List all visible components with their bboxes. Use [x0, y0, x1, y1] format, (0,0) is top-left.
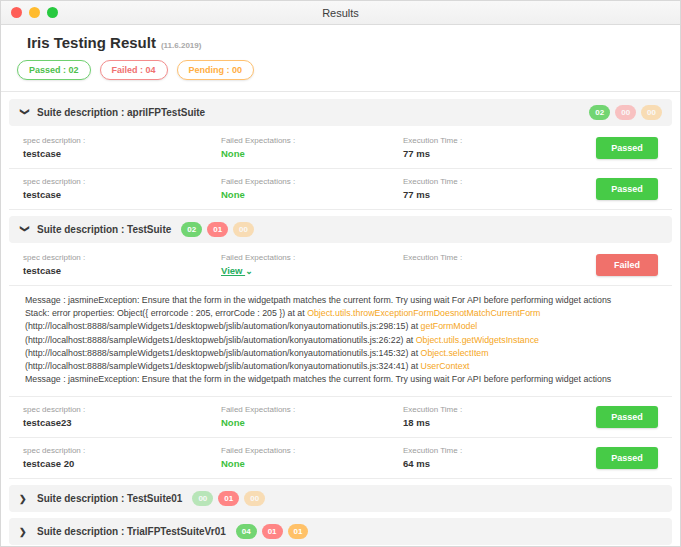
- suite-body: spec description :testcaseFailed Expecta…: [9, 128, 672, 210]
- suite-counts: 040101: [236, 524, 309, 539]
- spec-name: testcase23: [23, 417, 221, 428]
- pending-count-badge: 01: [288, 524, 309, 539]
- status-passed-button[interactable]: Passed: [596, 406, 658, 428]
- suite-title: Suite description : TestSuite: [37, 224, 171, 235]
- field-label: Failed Expectations :: [221, 177, 403, 186]
- page-header: Iris Testing Result (11.6.2019) Passed :…: [1, 25, 680, 92]
- passed-count-badge: 02: [589, 105, 610, 120]
- field-label: Failed Expectations :: [221, 405, 403, 414]
- execution-time-value: 77 ms: [403, 189, 596, 200]
- field-label: Execution Time :: [403, 446, 596, 455]
- field-label: spec description :: [23, 405, 221, 414]
- field-label: Execution Time :: [403, 405, 596, 414]
- failed-count-badge: 01: [207, 222, 228, 237]
- failed-expectations-cell: Failed Expectations :View ⌄: [221, 253, 403, 276]
- execution-time-value: 64 ms: [403, 458, 596, 469]
- suite-counts: 020000: [589, 105, 662, 120]
- suite-section: ❯Suite description : TrialFPTestSuiteVr0…: [9, 518, 672, 545]
- suite-section: ❯Suite description : TestSuite01000100: [9, 485, 672, 512]
- failed-expectations-cell: Failed Expectations :None: [221, 177, 403, 200]
- failed-expectations-value: None: [221, 148, 403, 159]
- failed-expectations-cell: Failed Expectations :None: [221, 446, 403, 469]
- execution-time-cell: Execution Time :: [403, 253, 596, 276]
- field-label: Execution Time :: [403, 136, 596, 145]
- suite-header[interactable]: ❯Suite description : TestSuite01000100: [9, 485, 672, 512]
- message-text: (http://localhost:8888/sampleWidgets1/de…: [25, 361, 421, 371]
- message-text: (http://localhost:8888/sampleWidgets1/de…: [25, 335, 416, 345]
- stack-trace-link[interactable]: Object.utils.throwExceptionFormDoesnotMa…: [307, 308, 540, 318]
- field-label: Execution Time :: [403, 177, 596, 186]
- message-line: (http://localhost:8888/sampleWidgets1/de…: [25, 347, 656, 360]
- spec-row: spec description :testcaseFailed Expecta…: [9, 245, 672, 286]
- chevron-down-icon: ❯: [20, 225, 30, 237]
- chevron-right-icon: ❯: [19, 527, 31, 537]
- suite-header[interactable]: ❯Suite description : TrialFPTestSuiteVr0…: [9, 518, 672, 545]
- suite-title: Suite description : TestSuite01: [37, 493, 182, 504]
- passed-count-badge: 02: [181, 222, 202, 237]
- spec-name-cell: spec description :testcase23: [23, 405, 221, 428]
- status-passed-button[interactable]: Passed: [596, 447, 658, 469]
- spec-row: spec description :testcaseFailed Expecta…: [9, 169, 672, 210]
- suite-header[interactable]: ❯Suite description : TestSuite020100: [9, 216, 672, 243]
- stack-trace-link[interactable]: Object.selectItem: [421, 348, 489, 358]
- status-passed-button[interactable]: Passed: [596, 178, 658, 200]
- spec-name: testcase: [23, 148, 221, 159]
- report-date: (11.6.2019): [161, 41, 201, 50]
- execution-time-cell: Execution Time :64 ms: [403, 446, 596, 469]
- spec-row: spec description :testcase 20Failed Expe…: [9, 438, 672, 479]
- passed-count-badge: 04: [236, 524, 257, 539]
- spec-name-cell: spec description :testcase 20: [23, 446, 221, 469]
- stack-trace-link[interactable]: Object.utils.getWidgetsInstance: [416, 335, 539, 345]
- pending-count-badge: 00: [233, 222, 254, 237]
- failed-summary-badge: Failed : 04: [100, 60, 168, 80]
- spec-name: testcase: [23, 189, 221, 200]
- suite-counts: 000100: [192, 491, 265, 506]
- execution-time-value: 77 ms: [403, 148, 596, 159]
- spec-name: testcase: [23, 265, 221, 276]
- field-label: Failed Expectations :: [221, 446, 403, 455]
- message-line: (http://localhost:8888/sampleWidgets1/de…: [25, 334, 656, 347]
- status-failed-button[interactable]: Failed: [596, 254, 658, 276]
- message-text: Stack: error properties: Object({ errorc…: [25, 308, 307, 318]
- message-line: (http://localhost:8888/sampleWidgets1/de…: [25, 320, 656, 333]
- field-label: spec description :: [23, 177, 221, 186]
- suite-body: spec description :testcaseFailed Expecta…: [9, 245, 672, 479]
- execution-time-value: 18 ms: [403, 417, 596, 428]
- failed-count-badge: 01: [262, 524, 283, 539]
- message-line: Message : jasmineException: Ensure that …: [25, 294, 656, 307]
- failed-expectations-cell: Failed Expectations :None: [221, 136, 403, 159]
- failed-expectations-value: None: [221, 189, 403, 200]
- spec-name-cell: spec description :testcase: [23, 177, 221, 200]
- window-title: Results: [1, 7, 680, 19]
- failed-count-badge: 01: [218, 491, 239, 506]
- chevron-down-icon: ⌄: [245, 266, 253, 276]
- suite-title: Suite description : TrialFPTestSuiteVr01: [37, 526, 226, 537]
- execution-time-cell: Execution Time :18 ms: [403, 405, 596, 428]
- field-label: spec description :: [23, 253, 221, 262]
- field-label: Failed Expectations :: [221, 136, 403, 145]
- failed-expectations-value: None: [221, 458, 403, 469]
- view-expectations-link[interactable]: View ⌄: [221, 265, 403, 276]
- suite-counts: 020100: [181, 222, 254, 237]
- spec-row: spec description :testcaseFailed Expecta…: [9, 128, 672, 169]
- message-text: (http://localhost:8888/sampleWidgets1/de…: [25, 348, 421, 358]
- passed-count-badge: 00: [192, 491, 213, 506]
- spec-name-cell: spec description :testcase: [23, 253, 221, 276]
- suite-header[interactable]: ❯Suite description : aprilFPTestSuite020…: [9, 99, 672, 126]
- spec-row: spec description :testcase23Failed Expec…: [9, 397, 672, 438]
- message-line: Stack: error properties: Object({ errorc…: [25, 307, 656, 320]
- passed-summary-badge: Passed : 02: [17, 60, 91, 80]
- field-label: Failed Expectations :: [221, 253, 403, 262]
- summary-badges: Passed : 02 Failed : 04 Pending : 00: [17, 60, 664, 80]
- stack-trace-link[interactable]: UserContext: [421, 361, 470, 371]
- pending-count-badge: 00: [244, 491, 265, 506]
- stack-trace-link[interactable]: getFormModel: [421, 321, 478, 331]
- status-passed-button[interactable]: Passed: [596, 137, 658, 159]
- spec-name-cell: spec description :testcase: [23, 136, 221, 159]
- window-titlebar: Results: [1, 1, 680, 25]
- error-message-block: Message : jasmineException: Ensure that …: [9, 286, 672, 397]
- field-label: Execution Time :: [403, 253, 596, 262]
- suite-section: ❯Suite description : aprilFPTestSuite020…: [9, 99, 672, 210]
- suite-title: Suite description : aprilFPTestSuite: [37, 107, 205, 118]
- chevron-down-icon: ❯: [20, 108, 30, 120]
